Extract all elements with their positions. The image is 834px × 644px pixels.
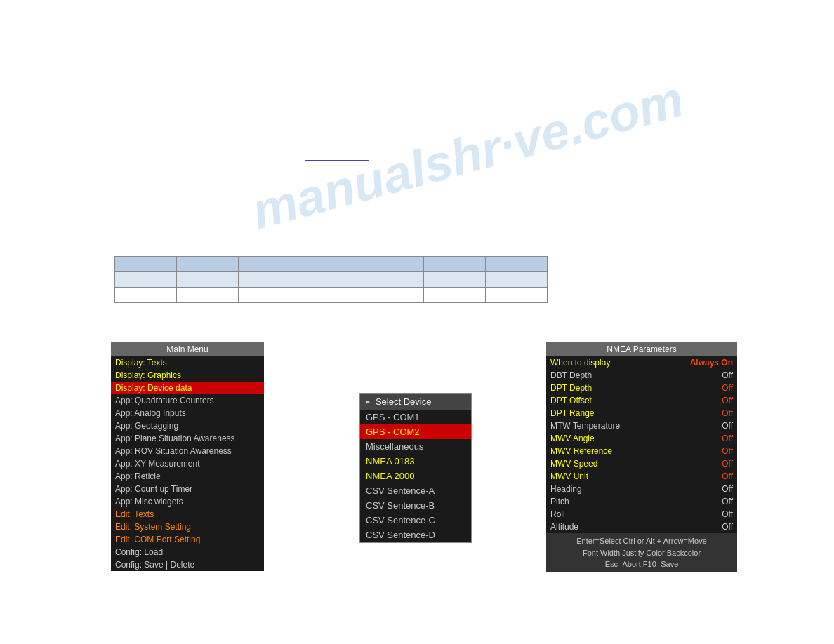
select-device-title: ► Select Device [360,394,471,410]
nmea-row-heading[interactable]: Heading Off [546,483,737,495]
menu-item-app-countup[interactable]: App: Count up Timer [111,483,264,495]
menu-item-app-reticle[interactable]: App: Reticle [111,470,264,483]
nmea-row-pitch[interactable]: Pitch Off [546,495,737,508]
nmea-value-dbt-depth: Off [722,370,733,380]
nmea-row-mwv-angle[interactable]: MWV Angle Off [546,432,737,445]
table-header-col-5 [362,257,424,272]
device-item-gps-com2[interactable]: GPS - COM2 [360,424,471,439]
device-item-nmea-2000[interactable]: NMEA 2000 [360,469,471,483]
nmea-label-when-to-display: When to display [550,358,610,368]
nmea-row-when-to-display[interactable]: When to display Always On [546,356,737,369]
table-cell [115,288,177,303]
nmea-parameters-panel: NMEA Parameters When to display Always O… [546,342,737,572]
nmea-row-altitude[interactable]: Altitude Off [546,521,737,533]
menu-item-config-save[interactable]: Config: Save | Delete [111,558,264,571]
table-cell [486,288,548,303]
device-item-csv-b[interactable]: CSV Sentence-B [360,498,471,513]
table-header-col-3 [239,257,300,272]
main-menu-panel: Main Menu Display: Texts Display: Graphi… [111,342,264,571]
nmea-label-altitude: Altitude [550,522,578,532]
main-data-table [114,256,548,303]
nmea-value-mwv-angle: Off [722,434,733,443]
menu-item-edit-com[interactable]: Edit: COM Port Setting [111,533,264,546]
table-cell [362,288,424,303]
table-header-col-7 [486,257,548,272]
nmea-value-mtw-temperature: Off [722,421,733,431]
table-row [115,288,548,303]
table-cell [300,272,362,288]
table-cell [486,272,548,288]
nmea-panel-title: NMEA Parameters [546,342,737,356]
nmea-value-mwv-reference: Off [722,446,733,456]
nmea-label-roll: Roll [550,509,565,519]
table-cell [362,272,424,288]
menu-item-display-device-data[interactable]: Display: Device data [111,382,264,394]
nmea-value-mwv-speed: Off [722,459,733,469]
nmea-footer: Enter=Select Ctrl or Alt + Arrow=Move Fo… [546,533,737,572]
menu-item-display-graphics[interactable]: Display: Graphics [111,369,264,382]
table-cell [424,272,486,288]
data-table-area [114,256,548,303]
device-item-csv-d[interactable]: CSV Sentence-D [360,528,471,542]
nmea-label-pitch: Pitch [550,497,569,507]
device-item-miscellaneous[interactable]: Miscellaneous [360,439,471,454]
nmea-label-mwv-reference: MWV Reference [550,446,612,456]
device-item-csv-a[interactable]: CSV Sentence-A [360,483,471,498]
nmea-row-mwv-reference[interactable]: MWV Reference Off [546,445,737,457]
menu-item-display-texts[interactable]: Display: Texts [111,356,264,369]
device-item-gps-com1[interactable]: GPS - COM1 [360,410,471,424]
nmea-label-mwv-unit: MWV Unit [550,471,588,481]
nmea-label-mwv-angle: MWV Angle [550,434,595,443]
nmea-footer-line1: Enter=Select Ctrl or Alt + Arrow=Move [549,535,734,547]
table-cell [115,272,177,288]
table-header-col-2 [177,257,239,272]
table-cell [177,288,239,303]
device-item-csv-c[interactable]: CSV Sentence-C [360,513,471,528]
nmea-footer-line2: Font Width Justify Color Backcolor [549,547,734,559]
menu-item-config-load[interactable]: Config: Load [111,546,264,558]
table-cell [424,288,486,303]
popup-arrow-icon: ► [364,398,371,405]
nmea-value-altitude: Off [722,522,733,532]
select-device-popup: ► Select Device GPS - COM1 GPS - COM2 Mi… [359,393,472,543]
nmea-row-mwv-unit[interactable]: MWV Unit Off [546,470,737,483]
device-item-nmea-0183[interactable]: NMEA 0183 [360,454,471,469]
menu-item-edit-texts[interactable]: Edit: Texts [111,508,264,521]
table-cell [177,272,239,288]
nmea-value-when-to-display: Always On [690,358,733,368]
nmea-value-pitch: Off [722,497,733,507]
nmea-value-roll: Off [722,509,733,519]
nmea-row-dpt-offset[interactable]: DPT Offset Off [546,394,737,407]
nmea-value-dpt-range: Off [722,408,733,418]
nmea-row-dpt-depth[interactable]: DPT Depth Off [546,382,737,394]
nmea-label-dpt-depth: DPT Depth [550,383,592,393]
nmea-label-mwv-speed: MWV Speed [550,459,597,469]
nmea-row-mtw-temperature[interactable]: MTW Temperature Off [546,420,737,432]
nmea-row-dpt-range[interactable]: DPT Range Off [546,407,737,420]
nmea-row-mwv-speed[interactable]: MWV Speed Off [546,457,737,470]
table-header-row [115,257,548,272]
menu-item-app-geotagging[interactable]: App: Geotagging [111,420,264,432]
nmea-label-mtw-temperature: MTW Temperature [550,421,620,431]
nmea-label-dpt-offset: DPT Offset [550,396,592,405]
nmea-row-roll[interactable]: Roll Off [546,508,737,521]
menu-item-app-plane[interactable]: App: Plane Situation Awareness [111,432,264,445]
table-header-col-1 [115,257,177,272]
table-row [115,272,548,288]
nmea-label-heading: Heading [550,484,582,494]
nmea-label-dbt-depth: DBT Depth [550,370,592,380]
table-header-col-6 [424,257,486,272]
table-cell [239,272,300,288]
nmea-label-dpt-range: DPT Range [550,408,594,418]
nmea-value-dpt-offset: Off [722,396,733,405]
menu-item-app-analog[interactable]: App: Analog Inputs [111,407,264,420]
menu-item-app-quadrature[interactable]: App: Quadrature Counters [111,394,264,407]
nmea-row-dbt-depth[interactable]: DBT Depth Off [546,369,737,382]
top-underline-decoration [305,160,369,161]
menu-item-app-xy[interactable]: App: XY Measurement [111,457,264,470]
table-cell [300,288,362,303]
menu-item-app-rov[interactable]: App: ROV Situation Awareness [111,445,264,457]
main-menu-title: Main Menu [111,342,264,356]
menu-item-edit-system[interactable]: Edit: System Setting [111,521,264,533]
menu-item-app-misc[interactable]: App: Misc widgets [111,495,264,508]
